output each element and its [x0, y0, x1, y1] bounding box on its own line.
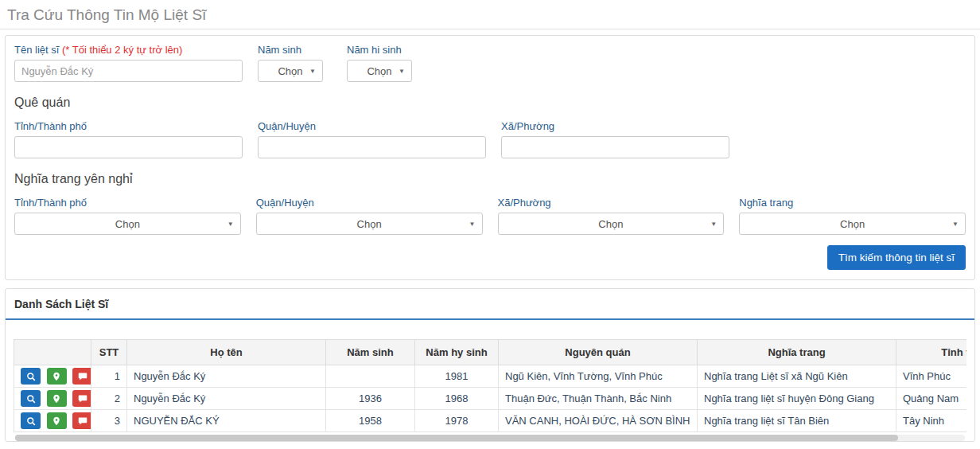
birth-year-group: Năm sinh Chọn ▼: [258, 44, 323, 82]
chevron-down-icon: ▼: [309, 68, 316, 75]
martyr-name-required-hint: (* Tối thiểu 2 ký tự trở lên): [62, 44, 182, 56]
cell-death-year: 1968: [415, 388, 499, 410]
hometown-ward-label: Xã/Phường: [501, 120, 729, 132]
col-header-cemetery: Nghĩa trang: [698, 340, 896, 365]
cemetery-ward-group: Xã/Phường Chọn ▼: [498, 197, 725, 235]
col-header-origin: Nguyên quán: [499, 340, 698, 365]
hometown-ward-input[interactable]: [501, 136, 729, 158]
martyr-name-input[interactable]: [14, 60, 243, 82]
feedback-button[interactable]: [72, 390, 91, 407]
chevron-down-icon: ▼: [710, 221, 717, 228]
cemetery-row: Tỉnh/Thành phố Chọn ▼ Quận/Huyện Chọn ▼ …: [14, 197, 966, 235]
col-header-death-year: Năm hy sinh: [415, 340, 499, 365]
location-pin-icon: [52, 372, 61, 381]
cell-actions: [14, 410, 91, 432]
cell-stt: 3: [91, 410, 127, 432]
cell-name: NGUYỄN ĐẮC KÝ: [127, 410, 326, 432]
search-icon: [26, 394, 36, 404]
death-year-group: Năm hi sinh Chọn ▼: [347, 44, 412, 82]
horizontal-scrollbar[interactable]: [15, 435, 965, 441]
table-row: 2 Nguyễn Đắc Ký 1936 1968 Thuận Đức, Thu…: [14, 388, 967, 410]
cell-stt: 2: [91, 388, 127, 410]
location-pin-icon: [52, 416, 61, 426]
feedback-button[interactable]: [72, 412, 91, 429]
cemetery-ward-select[interactable]: Chọn ▼: [498, 213, 725, 235]
chevron-down-icon: ▼: [469, 221, 476, 228]
cemetery-province-group: Tỉnh/Thành phố Chọn ▼: [14, 197, 241, 235]
results-table-container: STT Họ tên Năm sinh Năm hy sinh Nguyên q…: [14, 339, 966, 432]
birth-year-select[interactable]: Chọn ▼: [258, 60, 323, 82]
cemetery-name-select[interactable]: Chọn ▼: [739, 213, 966, 235]
cell-province: Vĩnh Phúc: [896, 365, 967, 388]
cemetery-ward-select-value: Chọn: [598, 218, 623, 230]
name-year-row: Tên liệt sĩ (* Tối thiểu 2 ký tự trở lên…: [14, 44, 966, 82]
cemetery-province-select[interactable]: Chọn ▼: [14, 213, 241, 235]
search-button[interactable]: Tìm kiếm thông tin liệt sĩ: [827, 245, 966, 270]
results-panel-title: Danh Sách Liệt Sĩ: [6, 289, 974, 320]
cell-death-year: 1978: [415, 410, 499, 432]
cell-birth-year: 1936: [326, 388, 415, 410]
hometown-province-group: Tỉnh/Thành phố: [14, 120, 243, 158]
cemetery-district-select[interactable]: Chọn ▼: [256, 213, 483, 235]
cemetery-section-title: Nghĩa trang yên nghỉ: [14, 172, 966, 186]
search-button-row: Tìm kiếm thông tin liệt sĩ: [14, 245, 966, 270]
cemetery-name-select-value: Chọn: [840, 218, 865, 230]
hometown-district-input[interactable]: [258, 136, 486, 158]
cell-name: Nguyễn Đắc Ký: [127, 365, 326, 388]
view-detail-button[interactable]: [21, 368, 41, 385]
cell-name: Nguyễn Đắc Ký: [127, 388, 326, 410]
col-header-province: Tỉnh thành: [896, 340, 967, 365]
cemetery-name-group: Nghĩa trang Chọn ▼: [739, 197, 966, 235]
feedback-button[interactable]: [72, 368, 91, 385]
col-header-name: Họ tên: [127, 340, 326, 365]
cell-cemetery: Nghĩa trang liệt sĩ Tân Biên: [698, 410, 896, 432]
comment-icon: [78, 394, 88, 404]
cell-origin: Ngũ Kiên, Vĩnh Tường, Vĩnh Phúc: [499, 365, 698, 388]
hometown-province-label: Tỉnh/Thành phố: [14, 120, 243, 132]
view-detail-button[interactable]: [21, 412, 41, 429]
search-icon: [26, 416, 36, 426]
death-year-label: Năm hi sinh: [347, 44, 412, 56]
cemetery-province-select-value: Chọn: [115, 218, 140, 230]
results-panel: Danh Sách Liệt Sĩ STT Họ tên Năm sinh Nă…: [5, 288, 975, 442]
cell-actions: [14, 365, 91, 388]
results-table-body: 1 Nguyễn Đắc Ký 1981 Ngũ Kiên, Vĩnh Tườn…: [14, 365, 967, 432]
table-row: 3 NGUYỄN ĐẮC KÝ 1958 1978 VĂN CANH, HOÀI…: [14, 410, 967, 432]
hometown-ward-group: Xã/Phường: [501, 120, 729, 158]
cell-cemetery: Nghĩa trang Liệt sĩ xã Ngũ Kiên: [698, 365, 896, 388]
cemetery-name-label: Nghĩa trang: [739, 197, 966, 209]
cemetery-district-label: Quận/Huyện: [256, 197, 483, 209]
view-detail-button[interactable]: [21, 390, 41, 407]
cell-actions: [14, 388, 91, 410]
cell-birth-year: [326, 365, 415, 388]
map-location-button[interactable]: [47, 390, 67, 407]
cell-birth-year: 1958: [326, 410, 415, 432]
horizontal-scrollbar-thumb[interactable]: [15, 435, 898, 441]
search-form-panel: Tên liệt sĩ (* Tối thiểu 2 ký tự trở lên…: [5, 35, 975, 280]
cemetery-province-label: Tỉnh/Thành phố: [14, 197, 241, 209]
cell-origin: VĂN CANH, HOÀI ĐỨC, HÀ SƠN BÌNH: [499, 410, 698, 432]
location-pin-icon: [52, 394, 61, 404]
chevron-down-icon: ▼: [228, 221, 234, 228]
hometown-district-group: Quận/Huyện: [258, 120, 486, 158]
map-location-button[interactable]: [47, 412, 67, 429]
col-header-birth-year: Năm sinh: [326, 340, 415, 365]
col-header-stt: STT: [91, 340, 127, 365]
results-table: STT Họ tên Năm sinh Năm hy sinh Nguyên q…: [14, 339, 966, 432]
martyr-name-label-text: Tên liệt sĩ: [14, 44, 62, 56]
col-header-actions: [14, 340, 91, 365]
hometown-district-label: Quận/Huyện: [258, 120, 486, 132]
cell-death-year: 1981: [415, 365, 499, 388]
death-year-select[interactable]: Chọn ▼: [347, 60, 412, 82]
map-location-button[interactable]: [47, 368, 67, 385]
page-title: Tra Cứu Thông Tin Mộ Liệt Sĩ: [0, 0, 980, 29]
cell-origin: Thuận Đức, Thuận Thành, Bắc Ninh: [499, 388, 698, 410]
birth-year-label: Năm sinh: [258, 44, 323, 56]
hometown-province-input[interactable]: [14, 136, 243, 158]
chevron-down-icon: ▼: [952, 221, 959, 228]
hometown-row: Tỉnh/Thành phố Quận/Huyện Xã/Phường: [14, 120, 966, 158]
search-icon: [26, 372, 36, 381]
table-header-row: STT Họ tên Năm sinh Năm hy sinh Nguyên q…: [14, 340, 967, 365]
cemetery-district-select-value: Chọn: [357, 218, 382, 230]
cell-province: Quảng Nam: [896, 388, 967, 410]
